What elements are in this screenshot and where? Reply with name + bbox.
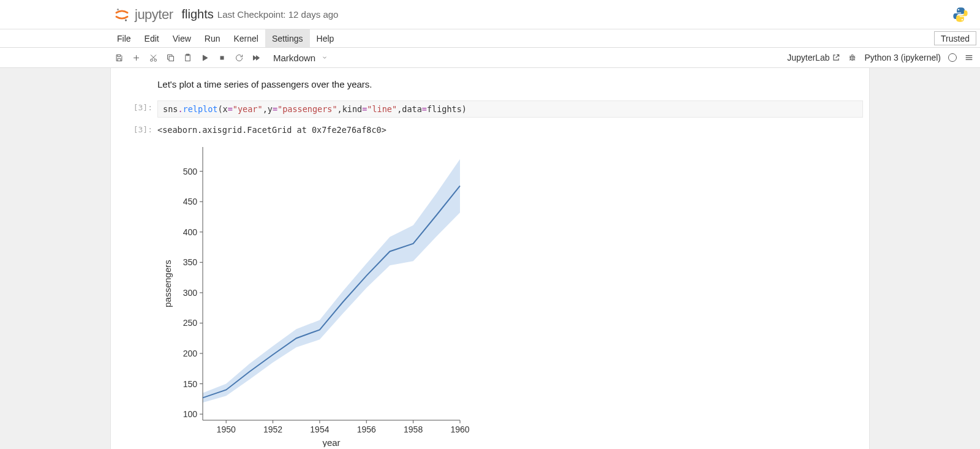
menu-run[interactable]: Run [198, 29, 227, 47]
svg-text:150: 150 [183, 379, 198, 389]
svg-rect-5 [118, 58, 121, 61]
svg-text:1950: 1950 [217, 424, 236, 434]
jupyter-wordmark: jupyter [135, 7, 173, 23]
jupyterlab-link[interactable]: JupyterLab [787, 53, 840, 62]
svg-rect-4 [118, 55, 120, 56]
svg-text:200: 200 [183, 349, 198, 358]
svg-text:400: 400 [183, 227, 198, 237]
menu-file[interactable]: File [110, 29, 138, 47]
output-repr: <seaborn.axisgrid.FacetGrid at 0x7fe2e76… [157, 123, 863, 135]
svg-text:1956: 1956 [357, 424, 376, 434]
svg-text:1954: 1954 [310, 424, 329, 434]
menu-hamburger-icon[interactable] [964, 53, 974, 62]
svg-text:350: 350 [183, 257, 198, 267]
restart-icon[interactable] [230, 49, 247, 66]
toolbar: Markdown JupyterLab Python 3 (ipykernel) [0, 48, 980, 68]
svg-line-25 [850, 59, 851, 60]
svg-point-0 [117, 8, 119, 10]
svg-line-26 [854, 59, 855, 60]
svg-text:450: 450 [183, 197, 198, 206]
kernel-status-icon[interactable] [948, 53, 957, 62]
chart-output: 1001502002503003504004505001950195219541… [111, 137, 869, 449]
fast-forward-icon[interactable] [247, 49, 265, 66]
celltype-dropdown[interactable]: Markdown [273, 53, 328, 63]
svg-text:1960: 1960 [450, 424, 469, 434]
stop-icon[interactable] [213, 49, 230, 66]
svg-rect-12 [169, 56, 174, 61]
save-icon[interactable] [110, 49, 127, 66]
svg-point-1 [125, 19, 127, 21]
svg-text:500: 500 [183, 167, 198, 176]
add-cell-icon[interactable] [127, 49, 145, 66]
bug-icon[interactable] [848, 53, 857, 62]
code-body[interactable]: sns.relplot(x="year",y="passengers",kind… [157, 100, 863, 118]
svg-text:1958: 1958 [404, 424, 423, 434]
jupyterlab-label: JupyterLab [787, 53, 829, 62]
svg-rect-16 [221, 56, 224, 59]
svg-marker-15 [203, 55, 208, 61]
svg-text:year: year [322, 437, 340, 447]
jupyter-logo-icon [114, 7, 130, 23]
svg-text:250: 250 [183, 318, 198, 328]
header-bar: jupyter flights Last Checkpoint: 12 days… [0, 0, 980, 29]
svg-point-3 [962, 19, 963, 20]
svg-text:1952: 1952 [263, 424, 282, 434]
menu-kernel[interactable]: Kernel [227, 29, 265, 47]
kernel-name[interactable]: Python 3 (ipykernel) [864, 53, 941, 62]
out-prompt: [3]: [111, 123, 157, 135]
svg-text:300: 300 [183, 288, 198, 298]
svg-line-23 [850, 56, 851, 57]
markdown-cell[interactable]: Let's plot a time series of passengers o… [111, 75, 869, 98]
menu-help[interactable]: Help [310, 29, 341, 47]
celltype-label: Markdown [273, 53, 315, 63]
svg-point-8 [150, 59, 153, 61]
paste-icon[interactable] [179, 49, 196, 66]
menu-edit[interactable]: Edit [138, 29, 166, 47]
notebook-title[interactable]: flights [182, 7, 214, 21]
svg-text:passengers: passengers [162, 260, 173, 308]
trusted-badge[interactable]: Trusted [934, 31, 976, 45]
jupyter-brand[interactable]: jupyter [114, 7, 173, 23]
svg-text:100: 100 [183, 409, 198, 419]
markdown-text: Let's plot a time series of passengers o… [157, 78, 863, 96]
svg-line-24 [854, 56, 855, 57]
python-logo-icon [952, 6, 969, 23]
copy-icon[interactable] [162, 49, 179, 66]
in-prompt: [3]: [111, 100, 157, 118]
code-cell[interactable]: [3]: sns.relplot(x="year",y="passengers"… [111, 98, 869, 120]
cut-icon[interactable] [145, 49, 162, 66]
notebook-panel[interactable]: Let's plot a time series of passengers o… [110, 68, 870, 449]
svg-marker-18 [256, 55, 259, 60]
svg-marker-17 [253, 55, 256, 60]
svg-point-9 [154, 59, 156, 61]
line-chart: 1001502002503003504004505001950195219541… [160, 141, 478, 447]
checkpoint-text: Last Checkpoint: 12 days ago [217, 9, 339, 20]
menu-view[interactable]: View [166, 29, 198, 47]
output-text-row: [3]: <seaborn.axisgrid.FacetGrid at 0x7f… [111, 120, 869, 137]
menu-bar: File Edit View Run Kernel Settings Help … [0, 29, 980, 48]
menu-settings[interactable]: Settings [265, 29, 310, 47]
chevron-down-icon [322, 55, 328, 61]
run-icon[interactable] [196, 49, 213, 66]
external-link-icon [832, 53, 840, 62]
svg-point-2 [958, 9, 959, 10]
